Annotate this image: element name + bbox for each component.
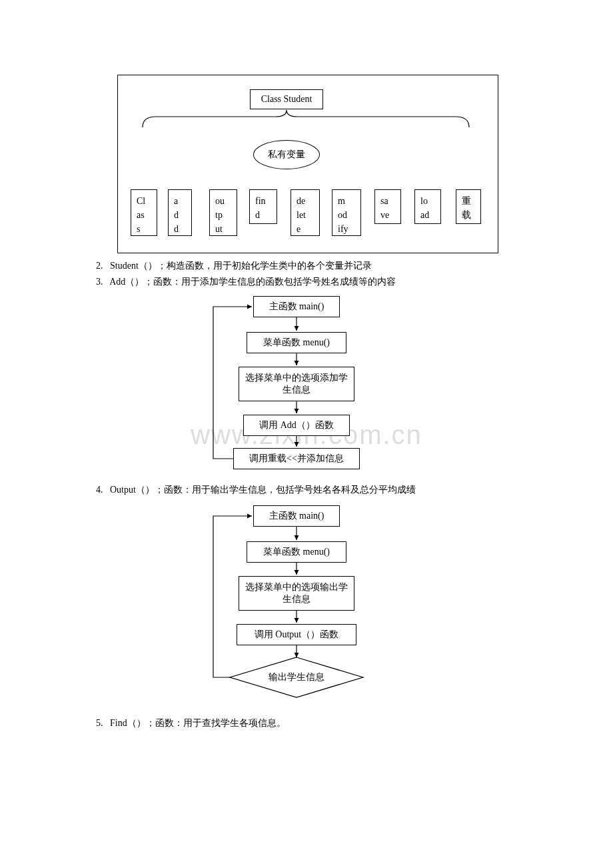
class-box-line: d bbox=[255, 208, 271, 222]
class-box-line: ve bbox=[380, 208, 395, 222]
private-ellipse: 私有变量 bbox=[253, 140, 320, 169]
class-box-line: Cl bbox=[137, 194, 151, 208]
class-box-line: let bbox=[297, 208, 314, 222]
class-box-7: lo ad bbox=[414, 189, 441, 224]
class-box-line: d bbox=[174, 208, 186, 222]
class-box-line: od bbox=[338, 208, 355, 222]
class-box-line: fin bbox=[255, 194, 271, 208]
class-box-8: 重 载 bbox=[456, 189, 481, 224]
item-3: 3. Add（）；函数：用于添加学生信息的函数包括学号姓名成绩等的内容 bbox=[96, 276, 522, 288]
add-flow-connectors bbox=[200, 293, 373, 480]
item-num: 3. bbox=[96, 277, 103, 287]
item-num: 5. bbox=[96, 718, 103, 728]
class-box-line: sa bbox=[380, 194, 395, 208]
class-box-5: m od ify bbox=[332, 189, 361, 236]
class-box-1: a d d bbox=[168, 189, 192, 236]
item-num: 4. bbox=[96, 485, 103, 495]
class-box-line: ou bbox=[215, 194, 231, 208]
flow-text: 输出学生信息 bbox=[269, 671, 324, 683]
class-box-line: 重 bbox=[462, 194, 475, 208]
item-text: Student（）；构造函数，用于初始化学生类中的各个变量并记录 bbox=[110, 261, 372, 271]
item-5: 5. Find（）；函数：用于查找学生各项信息。 bbox=[96, 717, 522, 729]
class-box-line: lo bbox=[420, 194, 435, 208]
class-box-line: ify bbox=[338, 222, 355, 236]
item-text: Add（）；函数：用于添加学生信息的函数包括学号姓名成绩等的内容 bbox=[109, 277, 396, 287]
class-title-text: Class Student bbox=[261, 94, 312, 105]
class-title: Class Student bbox=[250, 89, 323, 109]
class-box-2: ou tp ut bbox=[209, 189, 237, 236]
class-box-line: m bbox=[338, 194, 355, 208]
class-box-line: 载 bbox=[462, 208, 475, 222]
class-box-0: Cl as s bbox=[131, 189, 157, 236]
class-box-3: fin d bbox=[249, 189, 277, 224]
class-box-line: a bbox=[174, 194, 186, 208]
private-label: 私有变量 bbox=[268, 149, 305, 161]
class-box-line: e bbox=[297, 222, 314, 236]
class-box-line: s bbox=[137, 222, 151, 236]
item-text: Find（）；函数：用于查找学生各项信息。 bbox=[110, 718, 286, 728]
item-num: 2. bbox=[96, 261, 103, 271]
class-box-4: de let e bbox=[291, 189, 320, 236]
brace-icon bbox=[117, 109, 498, 135]
class-box-line: as bbox=[137, 208, 151, 222]
item-2: 2. Student（）；构造函数，用于初始化学生类中的各个变量并记录 bbox=[96, 260, 522, 272]
class-box-line: ad bbox=[420, 208, 435, 222]
class-box-line: tp bbox=[215, 208, 231, 222]
out-flow-diamond-label: 输出学生信息 bbox=[253, 669, 340, 685]
item-4: 4. Output（）；函数：用于输出学生信息，包括学号姓名各科及总分平均成绩 bbox=[96, 484, 562, 496]
class-box-line: de bbox=[297, 194, 314, 208]
class-box-line: ut bbox=[215, 222, 231, 236]
item-text: Output（）；函数：用于输出学生信息，包括学号姓名各科及总分平均成绩 bbox=[110, 485, 416, 495]
class-box-6: sa ve bbox=[374, 189, 401, 224]
class-box-line: d bbox=[174, 222, 186, 236]
